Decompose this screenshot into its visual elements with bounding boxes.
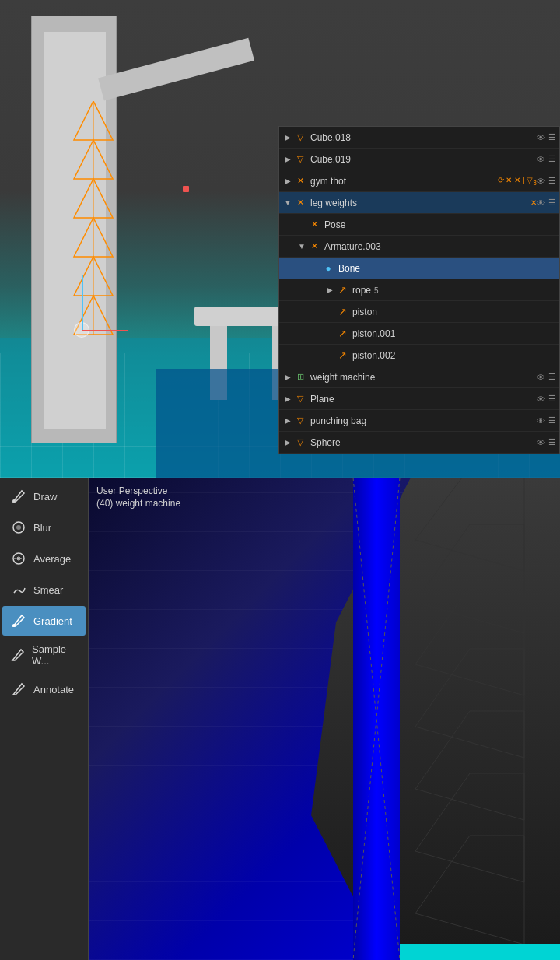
gizmo-y-axis[interactable] — [82, 275, 83, 330]
outliner-row-sphere[interactable]: ▶ ▽ Sphere 👁☰ — [279, 432, 559, 454]
row-arrow[interactable]: ▶ — [282, 373, 293, 381]
sampleweights-label: Sample W... — [32, 643, 78, 667]
row-name-label: Pose — [324, 219, 556, 230]
row-name-label: Bone — [338, 263, 556, 274]
gizmo-x-axis[interactable] — [82, 330, 128, 331]
tool-smear[interactable]: Smear — [2, 575, 86, 604]
row-type-icon: ✕ — [307, 219, 321, 229]
row-type-icon: ↗ — [335, 349, 349, 361]
outliner-row-piston[interactable]: ↗ piston — [279, 301, 559, 323]
outliner-row-armature003[interactable]: ▼ ✕ Armature.003 — [279, 236, 559, 258]
row-visibility-icons[interactable]: 👁☰ — [537, 154, 556, 164]
outliner-row-weightmachine[interactable]: ▶ ⊞ weight machine 👁☰ — [279, 366, 559, 388]
gradient-icon — [10, 612, 27, 629]
row-name-label: Armature.003 — [324, 241, 556, 252]
row-arrow[interactable]: ▶ — [282, 177, 293, 185]
row-name-label: gym thot — [310, 176, 496, 187]
row-visibility-icons[interactable]: 👁☰ — [537, 176, 556, 186]
row-name-label: weight machine — [310, 372, 537, 383]
svg-point-7 — [12, 499, 16, 503]
left-toolbar: Draw Blur Average Smear Gradient Sample … — [0, 478, 89, 960]
row-arrow[interactable]: ▶ — [282, 416, 293, 425]
row-type-icon: ▽ — [293, 437, 307, 447]
outliner-row-plane[interactable]: ▶ ▽ Plane 👁☰ — [279, 388, 559, 410]
tool-sampleweights[interactable]: Sample W... — [2, 637, 86, 673]
svg-point-9 — [16, 525, 21, 530]
row-type-icon: ✕ — [293, 198, 307, 208]
row-visibility-icons[interactable]: 👁☰ — [537, 132, 556, 142]
top-3d-viewport[interactable]: ▶ ▽ Cube.018 👁☰ ▶ ▽ Cube.019 👁☰ ▶ ✕ gym … — [0, 0, 560, 478]
row-name-label: leg weights — [310, 198, 529, 208]
viewport-info: User Perspective (40) weight machine — [96, 485, 180, 509]
annotate-label: Annotate — [33, 684, 74, 695]
row-type-icon: ✕ — [293, 176, 307, 186]
row-arrow[interactable]: ▼ — [282, 198, 293, 207]
row-type-icon: ● — [321, 263, 335, 274]
viewport-perspective-label: User Perspective — [96, 485, 180, 496]
tool-draw[interactable]: Draw — [2, 482, 86, 511]
row-visibility-icons[interactable]: 👁☰ — [537, 394, 556, 404]
gradient-label: Gradient — [33, 615, 72, 627]
blue-pillar — [353, 478, 400, 960]
row-name-label: piston — [352, 307, 556, 317]
outliner-row-bone[interactable]: ● Bone — [279, 258, 559, 279]
gizmo-dot — [183, 186, 189, 192]
row-visibility-icons[interactable]: 👁☰ — [537, 437, 556, 447]
row-arrow[interactable]: ▶ — [282, 155, 293, 163]
outliner-row-piston002[interactable]: ↗ piston.002 — [279, 345, 559, 366]
bone-wireframe — [70, 101, 117, 397]
row-name-label: piston.001 — [352, 328, 556, 339]
viewport-object-label: (40) weight machine — [96, 498, 180, 509]
blur-label: Blur — [33, 522, 51, 534]
draw-label: Draw — [33, 491, 57, 503]
row-visibility-icons[interactable]: 👁☰ — [537, 198, 556, 208]
smear-label: Smear — [33, 584, 63, 596]
row-name-label: rope5 — [352, 285, 556, 296]
row-name-label: Cube.018 — [310, 132, 537, 143]
average-label: Average — [33, 553, 71, 565]
row-type-icon: ↗ — [335, 328, 349, 339]
row-type-icon: ▽ — [293, 154, 307, 164]
outliner-row-rope[interactable]: ▶ ↗ rope5 — [279, 279, 559, 301]
draw-icon — [10, 488, 27, 505]
outliner-row-piston001[interactable]: ↗ piston.001 — [279, 323, 559, 345]
smear-icon — [10, 581, 27, 598]
row-visibility-icons[interactable]: 👁☰ — [537, 372, 556, 382]
tool-gradient[interactable]: Gradient — [2, 606, 86, 636]
row-arrow[interactable]: ▶ — [324, 286, 335, 294]
outliner-row-cube018[interactable]: ▶ ▽ Cube.018 👁☰ — [279, 127, 559, 149]
outliner-row-cube019[interactable]: ▶ ▽ Cube.019 👁☰ — [279, 149, 559, 170]
outliner-row-gymthot[interactable]: ▶ ✕ gym thot ⟳ ✕ ✕ | ▽3 👁☰ — [279, 170, 559, 192]
row-name-label: Sphere — [310, 437, 537, 448]
row-name-label: punching bag — [310, 415, 537, 426]
outliner-row-pose[interactable]: ✕ Pose — [279, 214, 559, 236]
tool-average[interactable]: Average — [2, 544, 86, 573]
row-type-icon: ⊞ — [293, 372, 307, 382]
annotate-icon — [10, 681, 27, 698]
blur-icon — [10, 519, 27, 536]
row-arrow[interactable]: ▶ — [282, 438, 293, 447]
row-arrow[interactable]: ▶ — [282, 133, 293, 142]
row-name-label: Cube.019 — [310, 154, 537, 165]
outliner-row-punchingbag[interactable]: ▶ ▽ punching bag 👁☰ — [279, 410, 559, 432]
row-arrow[interactable]: ▼ — [296, 242, 307, 251]
row-type-icon: ↗ — [335, 284, 349, 296]
bottom-panel: Draw Blur Average Smear Gradient Sample … — [0, 478, 560, 960]
row-visibility-icons[interactable]: 👁☰ — [537, 415, 556, 426]
svg-point-14 — [12, 624, 16, 627]
outliner-panel[interactable]: ▶ ▽ Cube.018 👁☰ ▶ ▽ Cube.019 👁☰ ▶ ✕ gym … — [278, 126, 560, 454]
tool-annotate[interactable]: Annotate — [2, 674, 86, 704]
outliner-row-legweights[interactable]: ▼ ✕ leg weights ✕ 👁☰ — [279, 192, 559, 214]
average-icon — [10, 550, 27, 567]
row-type-icon: ↗ — [335, 306, 349, 317]
row-name-label: piston.002 — [352, 350, 556, 361]
row-name-label: Plane — [310, 394, 537, 405]
row-arrow[interactable]: ▶ — [282, 394, 293, 403]
cyan-bottom-strip — [400, 944, 560, 960]
weight-paint-viewport[interactable]: User Perspective (40) weight machine — [89, 478, 560, 960]
row-type-icon: ▽ — [293, 415, 307, 426]
tool-blur[interactable]: Blur — [2, 513, 86, 542]
row-type-icon: ▽ — [293, 394, 307, 404]
row-type-icon: ▽ — [293, 132, 307, 142]
sampleweights-icon — [10, 646, 26, 664]
